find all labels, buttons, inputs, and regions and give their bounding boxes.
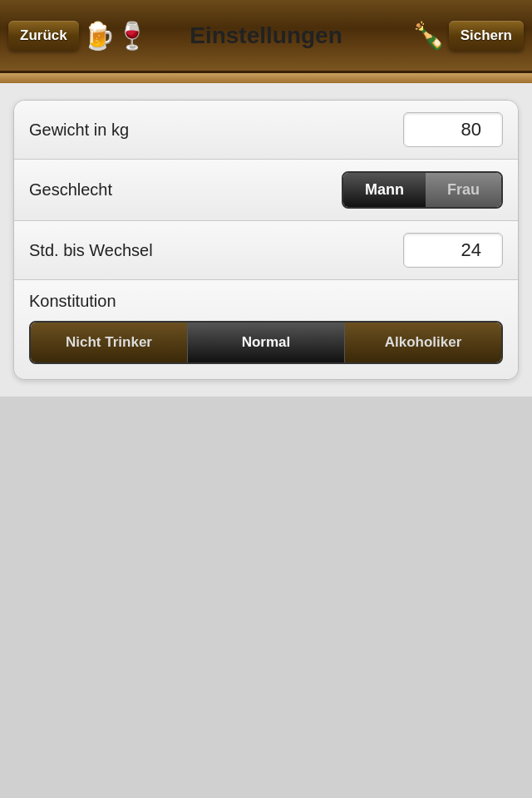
hours-label: Std. bis Wechsel [29, 241, 153, 260]
content-area: Gewicht in kg Geschlecht Mann Frau Std. … [0, 83, 532, 397]
constitution-toggle: Nicht Trinker Normal Alkoholiker [29, 321, 503, 364]
hours-input[interactable] [403, 233, 503, 268]
settings-card: Gewicht in kg Geschlecht Mann Frau Std. … [13, 100, 519, 380]
gender-row: Geschlecht Mann Frau [14, 160, 518, 221]
shelf-bar [0, 73, 532, 83]
hours-row: Std. bis Wechsel [14, 221, 518, 280]
gender-label: Geschlecht [29, 180, 112, 200]
constitution-label: Konstitution [29, 292, 116, 311]
weight-row: Gewicht in kg [14, 101, 518, 160]
gender-toggle: Mann Frau [342, 171, 503, 209]
weight-input[interactable] [403, 112, 503, 147]
page-title: Einstellungen [190, 22, 342, 49]
weight-label: Gewicht in kg [29, 121, 129, 140]
header-right: 🍾 Sichern [412, 21, 524, 51]
header-left: Zurück 🍺🍷 [8, 21, 149, 51]
drink-icons-left: 🍺🍷 [82, 22, 149, 49]
back-button[interactable]: Zurück [8, 21, 79, 51]
gender-mann-button[interactable]: Mann [343, 173, 426, 207]
constitution-row: Konstitution Nicht Trinker Normal Alkoho… [14, 280, 518, 379]
gender-frau-button[interactable]: Frau [426, 173, 501, 207]
header: Zurück 🍺🍷 Einstellungen 🍾 Sichern [0, 0, 532, 73]
drink-icons-right: 🍾 [412, 22, 446, 49]
save-button[interactable]: Sichern [449, 21, 524, 51]
constitution-alkoholiker-button[interactable]: Alkoholiker [344, 323, 501, 362]
constitution-nicht-trinker-button[interactable]: Nicht Trinker [31, 323, 187, 362]
constitution-normal-button[interactable]: Normal [187, 323, 344, 362]
